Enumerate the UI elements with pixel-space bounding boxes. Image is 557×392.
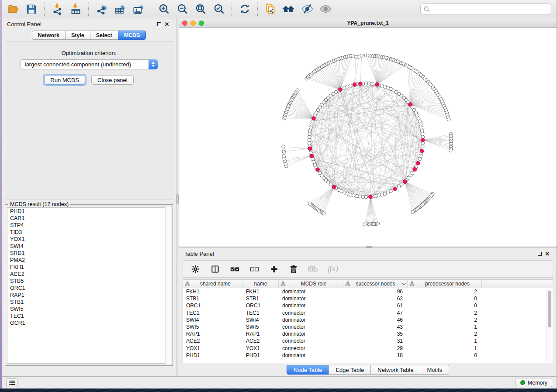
network-node[interactable]: [449, 149, 453, 152]
mcds-result-item[interactable]: YOX1: [7, 236, 170, 243]
network-node[interactable]: [367, 82, 371, 85]
network-node[interactable]: [308, 135, 311, 139]
first-neighbors-icon[interactable]: [281, 2, 297, 17]
mcds-hub-node[interactable]: [421, 138, 425, 142]
tab-mcds[interactable]: MCDS: [118, 31, 146, 40]
mcds-result-item[interactable]: TID3: [7, 229, 170, 236]
network-node[interactable]: [352, 194, 355, 197]
splitter-handle[interactable]: [366, 246, 373, 248]
mcds-result-item[interactable]: SRD1: [7, 250, 170, 257]
search-box[interactable]: [420, 3, 551, 14]
table-row[interactable]: PHD1PHD1dominator180: [183, 352, 553, 359]
import-network-icon[interactable]: [49, 2, 65, 17]
table-mode-gear-icon[interactable]: [190, 264, 200, 274]
network-node[interactable]: [419, 123, 422, 126]
column-header-shared-name[interactable]: shared name: [183, 280, 242, 288]
mcds-result-item[interactable]: SWI4: [7, 243, 170, 250]
mcds-result-item[interactable]: PMA2: [7, 257, 170, 264]
zoom-fit-icon[interactable]: [193, 2, 208, 17]
mcds-hub-node[interactable]: [312, 117, 316, 120]
network-node[interactable]: [420, 126, 423, 129]
network-node[interactable]: [380, 193, 384, 196]
table-row[interactable]: TEC1TEC1connector472: [183, 309, 553, 316]
network-node[interactable]: [355, 194, 358, 198]
deselect-all-icon[interactable]: [249, 264, 259, 274]
show-columns-icon[interactable]: [210, 264, 220, 274]
mcds-hub-node[interactable]: [416, 162, 420, 165]
column-header-name[interactable]: name: [242, 280, 279, 288]
table-row[interactable]: ORC1ORC1dominator610: [183, 302, 553, 309]
network-node[interactable]: [358, 195, 362, 198]
tab-style[interactable]: Style: [65, 31, 90, 40]
apply-layout-refresh-icon[interactable]: [237, 2, 253, 17]
tab-network[interactable]: Network: [32, 31, 66, 40]
table-row[interactable]: SWI5SWI5connector431: [183, 323, 553, 330]
export-image-icon[interactable]: [130, 2, 146, 17]
network-node[interactable]: [421, 132, 424, 136]
network-node[interactable]: [351, 54, 354, 58]
clone-network-icon[interactable]: [263, 2, 278, 17]
network-node[interactable]: [364, 195, 368, 199]
network-node[interactable]: [360, 54, 363, 57]
run-mcds-button[interactable]: Run MCDS: [44, 75, 85, 85]
close-panel-button[interactable]: Close panel: [91, 75, 134, 85]
memory-button[interactable]: Memory: [515, 378, 552, 387]
mcds-hub-node[interactable]: [375, 83, 379, 86]
mcds-result-item[interactable]: SWI5: [7, 306, 170, 313]
network-node[interactable]: [371, 82, 374, 86]
mcds-result-item[interactable]: STB5: [7, 278, 170, 285]
table-scrollbar[interactable]: [546, 289, 552, 362]
network-node[interactable]: [309, 151, 312, 155]
mcds-hub-node[interactable]: [353, 83, 356, 86]
network-node[interactable]: [349, 84, 352, 87]
mcds-result-item[interactable]: RAP1: [7, 292, 170, 299]
zoom-in-icon[interactable]: [156, 2, 172, 17]
network-node[interactable]: [374, 194, 377, 198]
delete-column-icon[interactable]: [289, 264, 298, 274]
import-table-icon[interactable]: [68, 2, 83, 17]
zoom-out-icon[interactable]: [174, 2, 190, 17]
network-node[interactable]: [361, 195, 365, 199]
network-node[interactable]: [447, 118, 450, 121]
network-node[interactable]: [282, 155, 286, 158]
mcds-hub-node[interactable]: [403, 180, 407, 184]
mcds-result-item[interactable]: ACE2: [7, 271, 170, 278]
add-column-icon[interactable]: [269, 264, 279, 274]
mcds-result-item[interactable]: STB1: [7, 299, 170, 306]
function-builder-icon[interactable]: f(x): [328, 264, 338, 274]
network-node[interactable]: [420, 129, 424, 132]
network-node[interactable]: [411, 210, 415, 214]
tab-motifs[interactable]: Motifs: [420, 365, 449, 375]
mcds-result-item[interactable]: FKH1: [7, 264, 170, 271]
mcds-hub-node[interactable]: [408, 103, 412, 107]
tab-node-table[interactable]: Node Table: [287, 365, 329, 375]
column-header-MCDS-role[interactable]: MCDS role: [279, 280, 343, 288]
network-node[interactable]: [296, 89, 299, 92]
network-node[interactable]: [308, 202, 312, 205]
float-panel-icon[interactable]: [155, 21, 163, 28]
tab-edge-table[interactable]: Edge Table: [329, 365, 371, 375]
network-node[interactable]: [377, 194, 381, 197]
mcds-hub-node[interactable]: [310, 154, 314, 158]
mcds-result-item[interactable]: CAR1: [7, 215, 170, 222]
search-input[interactable]: [432, 6, 548, 12]
mcds-hub-node[interactable]: [420, 149, 424, 153]
vertical-splitter[interactable]: [176, 18, 179, 376]
mcds-result-scrollbar[interactable]: [165, 207, 171, 364]
table-row[interactable]: ACE2ACE2connector311: [183, 337, 553, 344]
network-node[interactable]: [308, 141, 311, 145]
splitter-handle[interactable]: [176, 194, 179, 204]
mcds-result-item[interactable]: TEC1: [7, 313, 170, 320]
mcds-hub-node[interactable]: [369, 195, 373, 199]
table-row[interactable]: RAP1RAP1dominator352: [183, 330, 553, 337]
network-node[interactable]: [308, 138, 311, 142]
table-row[interactable]: SWI4SWI4dominator462: [183, 316, 553, 323]
horizontal-splitter[interactable]: [179, 246, 557, 248]
close-panel-icon[interactable]: ✕: [543, 250, 551, 257]
task-history-button[interactable]: [6, 378, 17, 387]
delete-table-icon[interactable]: [308, 264, 318, 274]
network-node[interactable]: [418, 157, 422, 161]
tab-select[interactable]: Select: [90, 31, 118, 40]
optimization-criterion-select[interactable]: largest connected component (undirected): [21, 59, 158, 69]
network-node[interactable]: [308, 129, 312, 132]
